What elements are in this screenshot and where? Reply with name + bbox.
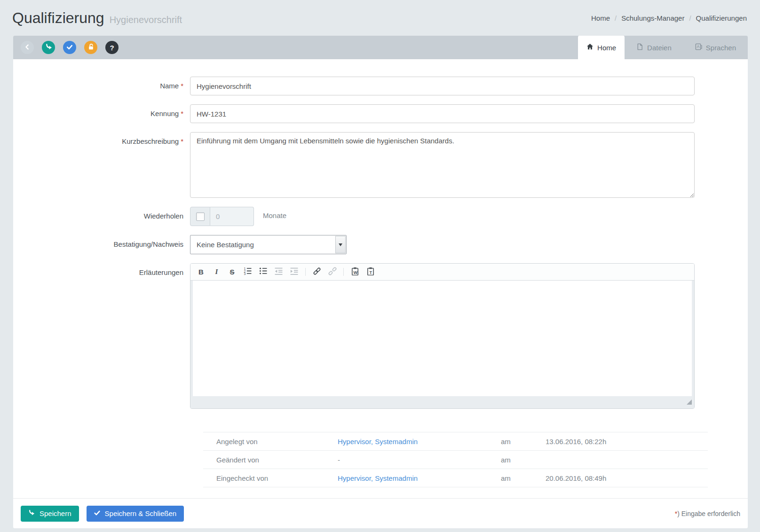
toolbar-separator [343,268,344,276]
rich-text-editor: B I S 123 [190,263,695,409]
meta-row-eingecheckt: Eingecheckt von Hypervisor, Systemadmin … [203,469,708,487]
unlink-button[interactable] [328,267,337,276]
bestaetigung-selected-value: Keine Bestatigung [197,241,254,249]
meta-am-label: am [501,474,546,482]
strikethrough-button[interactable]: S [228,267,237,276]
meta-am-label: am [501,438,546,446]
ordered-list-icon: 123 [244,267,252,277]
form-content: Name* Kennung* Kurzbeschreibung* Einführ… [13,59,748,498]
action-strip: ? Home Dateien A [13,36,748,59]
paste-from-word-button[interactable]: W [350,267,359,276]
breadcrumb-schulungs-manager[interactable]: Schulungs-Manager [621,14,684,22]
eingecheckt-von-user-link[interactable]: Hypervisor, Systemadmin [338,474,418,482]
unlink-icon [328,267,337,277]
name-input[interactable] [190,77,695,95]
italic-button[interactable]: I [212,267,221,276]
unlock-icon [87,43,95,52]
wiederholen-months-input[interactable] [210,207,254,226]
svg-text:W: W [353,270,357,274]
resize-grip-icon[interactable] [687,398,692,407]
kennung-label: Kennung* [13,104,190,123]
question-icon: ? [110,44,114,52]
meta-label: Angelegt von [203,438,338,446]
tab-dateien[interactable]: Dateien [625,36,683,59]
file-icon [636,43,643,52]
paste-from-word-icon: W [351,267,359,277]
geaendert-von-value: - [338,456,340,464]
kurzbeschreibung-textarea[interactable]: Einführung mit dem Umgang mit Lebensmitt… [190,132,695,198]
erlaeuterungen-editor-content[interactable] [193,281,692,396]
ordered-list-button[interactable]: 123 [243,267,252,276]
select-arrow-button[interactable] [335,236,346,253]
form-row-name: Name* [13,77,748,95]
tab-home-label: Home [597,44,616,52]
language-icon: A [695,43,702,52]
check-icon [94,509,100,517]
name-label: Name* [13,77,190,95]
page-header: Qualifizierung Hygienevorschrift Home / … [0,0,760,36]
editor-body [190,281,694,396]
speichern-button[interactable]: Speichern [21,506,79,522]
wiederholen-checkbox-addon [190,207,210,226]
tab-bar: Home Dateien A Sprachen [578,36,748,59]
speichern-schliessen-button-label: Speichern & Schließen [105,509,177,517]
bold-button[interactable]: B [197,267,206,276]
outdent-button[interactable] [274,267,283,276]
paste-as-text-button[interactable]: T [366,267,375,276]
link-button[interactable] [312,267,321,276]
main-panel: ? Home Dateien A [13,36,748,528]
required-asterisk: * [181,82,183,90]
kurzbeschreibung-label: Kurzbeschreibung* [13,132,190,198]
svg-text:T: T [369,270,372,274]
chevron-down-icon [339,243,342,246]
erlaeuterungen-label: Erläuterungen [13,263,190,409]
help-button[interactable]: ? [105,41,119,54]
action-buttons: ? [13,36,119,59]
link-icon [313,267,321,277]
unordered-list-button[interactable] [259,267,268,276]
meta-date: 13.06.2016, 08:22h [546,438,708,446]
check-icon [66,44,73,52]
angelegt-von-user-link[interactable]: Hypervisor, Systemadmin [338,438,418,446]
unlock-button[interactable] [84,41,97,54]
save-action-button[interactable] [42,41,55,54]
tab-home[interactable]: Home [578,36,625,59]
bestaetigung-select[interactable]: Keine Bestatigung [190,235,347,254]
editor-toolbar: B I S 123 [190,264,694,281]
kennung-input[interactable] [190,104,695,123]
breadcrumb-qualifizierungen[interactable]: Qualifizierungen [696,14,747,22]
wiederholen-label: Wiederholen [13,207,190,226]
speichern-button-label: Speichern [40,509,71,517]
meta-label: Geändert von [203,456,338,464]
svg-text:A: A [697,44,700,49]
breadcrumb-separator: / [615,14,617,22]
curved-arrow-icon [28,509,35,517]
panel-footer: Speichern Speichern & Schließen *) Einga… [13,498,748,528]
meta-table: Angelegt von Hypervisor, Systemadmin am … [203,432,708,487]
chevron-left-icon [24,44,31,52]
form-row-erlaeuterungen: Erläuterungen B I S 123 [13,263,748,409]
back-button[interactable] [21,41,34,54]
tab-sprachen[interactable]: A Sprachen [683,36,748,59]
editor-bottom-bar [190,396,694,408]
check-in-button[interactable] [63,41,76,54]
form-row-kennung: Kennung* [13,104,748,123]
wiederholen-unit-label: Monate [263,207,286,219]
breadcrumb-home[interactable]: Home [591,14,610,22]
toolbar-separator [305,268,306,276]
form-row-kurzbeschreibung: Kurzbeschreibung* Einführung mit dem Umg… [13,132,748,198]
qualifizierung-page: Qualifizierung Hygienevorschrift Home / … [0,0,760,532]
form-row-wiederholen: Wiederholen Monate [13,207,748,226]
wiederholen-group [190,207,254,226]
meta-row-angelegt: Angelegt von Hypervisor, Systemadmin am … [203,432,708,451]
wiederholen-checkbox[interactable] [196,212,205,221]
meta-label: Eingecheckt von [203,474,338,482]
meta-am-label: am [501,456,546,464]
strikethrough-icon: S [230,268,234,276]
unordered-list-icon [259,267,267,277]
breadcrumb: Home / Schulungs-Manager / Qualifizierun… [591,14,747,22]
bold-icon: B [198,268,204,276]
indent-button[interactable] [290,267,299,276]
speichern-schliessen-button[interactable]: Speichern & Schließen [87,506,184,522]
svg-text:3: 3 [244,272,246,275]
